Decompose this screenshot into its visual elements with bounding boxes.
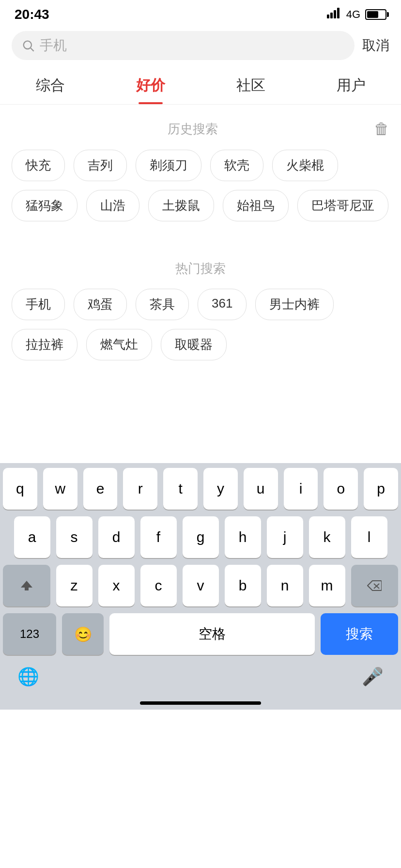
- list-item[interactable]: 剃须刀: [136, 150, 201, 181]
- numbers-key[interactable]: 123: [3, 613, 56, 655]
- signal-icon: [327, 8, 341, 21]
- list-item[interactable]: 取暖器: [161, 329, 227, 360]
- svg-rect-2: [334, 10, 336, 18]
- key-u[interactable]: u: [244, 468, 278, 510]
- status-bar: 20:43 4G: [0, 0, 401, 26]
- list-item[interactable]: 茶具: [136, 289, 189, 320]
- keyboard-extras: 🌐 🎤: [3, 662, 398, 701]
- svg-rect-1: [330, 13, 333, 18]
- shift-icon: [20, 579, 33, 592]
- key-g[interactable]: g: [183, 516, 219, 558]
- hot-tags: 手机 鸡蛋 茶具 361 男士内裤 拉拉裤 燃气灶 取暖器: [12, 289, 389, 370]
- key-k[interactable]: k: [309, 516, 345, 558]
- home-bar: [140, 701, 261, 705]
- key-l[interactable]: l: [351, 516, 387, 558]
- delete-history-icon[interactable]: 🗑: [374, 120, 389, 138]
- key-m[interactable]: m: [309, 565, 345, 606]
- history-section-header: 历史搜索 🗑: [12, 105, 389, 150]
- content-area: 历史搜索 🗑 快充 吉列 剃须刀 软壳 火柴棍 猛犸象 山浩 土拨鼠 始祖鸟 巴…: [0, 105, 401, 463]
- status-time: 20:43: [15, 7, 49, 22]
- key-t[interactable]: t: [163, 468, 198, 510]
- battery-icon: [365, 9, 386, 20]
- key-j[interactable]: j: [267, 516, 303, 558]
- svg-point-4: [24, 41, 31, 49]
- key-r[interactable]: r: [123, 468, 157, 510]
- list-item[interactable]: 土拨鼠: [148, 190, 214, 221]
- backspace-icon: [367, 580, 382, 591]
- key-p[interactable]: p: [364, 468, 398, 510]
- list-item[interactable]: 鸡蛋: [74, 289, 127, 320]
- key-f[interactable]: f: [140, 516, 177, 558]
- list-item[interactable]: 巴塔哥尼亚: [297, 190, 388, 221]
- key-q[interactable]: q: [3, 468, 37, 510]
- key-n[interactable]: n: [267, 565, 303, 606]
- list-item[interactable]: 燃气灶: [86, 329, 152, 360]
- key-i[interactable]: i: [284, 468, 318, 510]
- list-item[interactable]: 猛犸象: [12, 190, 77, 221]
- keyboard-row-2: a s d f g h j k l: [3, 516, 398, 558]
- key-w[interactable]: w: [43, 468, 77, 510]
- hot-title: 热门搜索: [12, 260, 389, 277]
- key-y[interactable]: y: [203, 468, 238, 510]
- list-item[interactable]: 手机: [12, 289, 65, 320]
- search-input[interactable]: [40, 38, 345, 53]
- keyboard: q w e r t y u i o p a s d f g h j k l z …: [0, 463, 401, 710]
- search-key[interactable]: 搜索: [321, 613, 398, 655]
- tab-comprehensive[interactable]: 综合: [0, 65, 100, 104]
- tab-user[interactable]: 用户: [301, 65, 401, 104]
- list-item[interactable]: 山浩: [86, 190, 139, 221]
- history-tags: 快充 吉列 剃须刀 软壳 火柴棍 猛犸象 山浩 土拨鼠 始祖鸟 巴塔哥尼亚: [12, 150, 389, 231]
- tab-good-price[interactable]: 好价: [100, 65, 200, 104]
- keyboard-row-3: z x c v b n m: [3, 565, 398, 606]
- microphone-icon[interactable]: 🎤: [362, 666, 384, 687]
- globe-icon[interactable]: 🌐: [17, 666, 39, 687]
- search-input-wrap[interactable]: [12, 31, 355, 60]
- shift-key[interactable]: [3, 565, 50, 606]
- status-icons: 4G: [327, 8, 386, 21]
- list-item[interactable]: 软壳: [210, 150, 263, 181]
- key-o[interactable]: o: [324, 468, 358, 510]
- space-key[interactable]: 空格: [109, 613, 315, 655]
- list-item[interactable]: 拉拉裤: [12, 329, 77, 360]
- network-label: 4G: [346, 8, 360, 21]
- key-d[interactable]: d: [98, 516, 135, 558]
- key-h[interactable]: h: [225, 516, 261, 558]
- tab-community[interactable]: 社区: [200, 65, 301, 104]
- emoji-key[interactable]: 😊: [62, 613, 104, 655]
- svg-rect-3: [337, 8, 339, 18]
- search-icon: [21, 39, 35, 52]
- keyboard-bottom-row: 123 😊 空格 搜索: [3, 613, 398, 655]
- history-title: 历史搜索: [12, 121, 374, 138]
- key-x[interactable]: x: [98, 565, 135, 606]
- home-indicator: [3, 701, 398, 710]
- list-item[interactable]: 吉列: [74, 150, 127, 181]
- list-item[interactable]: 361: [198, 289, 247, 320]
- key-a[interactable]: a: [14, 516, 50, 558]
- tabs: 综合 好价 社区 用户: [0, 65, 401, 105]
- cancel-button[interactable]: 取消: [362, 34, 389, 57]
- key-z[interactable]: z: [56, 565, 93, 606]
- search-bar: 取消: [0, 26, 401, 65]
- key-s[interactable]: s: [56, 516, 93, 558]
- keyboard-row-1: q w e r t y u i o p: [3, 468, 398, 510]
- list-item[interactable]: 男士内裤: [255, 289, 334, 320]
- svg-rect-0: [327, 15, 329, 18]
- backspace-key[interactable]: [351, 565, 399, 606]
- key-b[interactable]: b: [225, 565, 261, 606]
- list-item[interactable]: 快充: [12, 150, 65, 181]
- list-item[interactable]: 火柴棍: [272, 150, 338, 181]
- list-item[interactable]: 始祖鸟: [223, 190, 289, 221]
- svg-line-5: [31, 48, 33, 51]
- hot-section: 热门搜索 手机 鸡蛋 茶具 361 男士内裤 拉拉裤 燃气灶 取暖器: [12, 245, 389, 370]
- hot-section-header: 热门搜索: [12, 245, 389, 289]
- key-c[interactable]: c: [140, 565, 177, 606]
- key-e[interactable]: e: [83, 468, 118, 510]
- key-v[interactable]: v: [183, 565, 219, 606]
